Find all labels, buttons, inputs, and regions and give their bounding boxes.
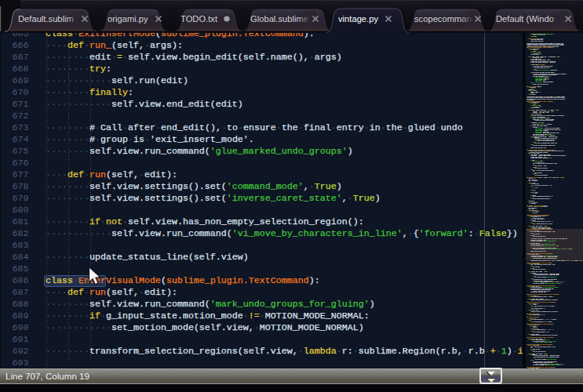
svg-text:TODO.txt: TODO.txt (180, 14, 218, 24)
svg-text:vintage.py: vintage.py (338, 14, 378, 24)
svg-text:Default.sublim: Default.sublim (18, 14, 74, 24)
svg-text:origami.py: origami.py (107, 14, 148, 24)
svg-text:Default (Windo: Default (Windo (496, 14, 554, 24)
